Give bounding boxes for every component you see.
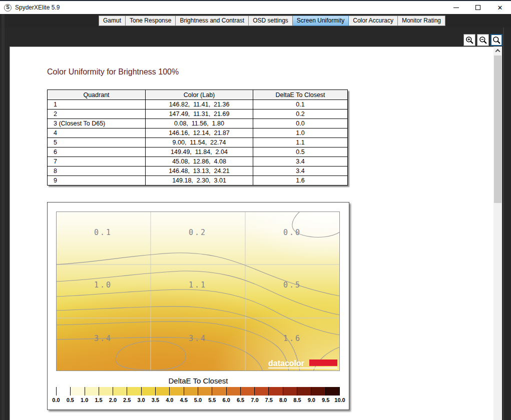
colorbar-tick-label: 4.5 <box>180 397 187 403</box>
colorbar-segment <box>70 387 84 396</box>
tab-screen-uniformity[interactable]: Screen Uniformity <box>293 16 349 26</box>
datacolor-red-mark <box>309 360 337 366</box>
colorbar-tick-labels: 0.00.51.01.52.02.53.03.54.04.55.05.56.06… <box>56 397 340 404</box>
app-logo-letter: S <box>6 5 10 10</box>
document-panel: Color Uniformity for Brightness 100% Qua… <box>10 46 493 420</box>
colorbar-segment <box>198 387 212 396</box>
tab-strip: GamutTone ResponseBrightness and Contras… <box>99 16 445 26</box>
colorbar-segment <box>99 387 113 396</box>
table-cell: 1 <box>48 100 146 110</box>
column-header: Color (Lab) <box>146 90 253 100</box>
colorbar-tick-label: 9.5 <box>322 397 329 403</box>
quadrant-label: 0.2 <box>189 228 207 237</box>
scroll-up-button[interactable] <box>493 46 502 55</box>
colorbar-segment <box>254 387 268 396</box>
tab-osd-settings[interactable]: OSD settings <box>249 16 293 26</box>
colorbar-segment <box>127 387 141 396</box>
quadrant-label: 0.1 <box>94 228 112 237</box>
table-cell: 146.48, 13.13, 24.21 <box>146 166 253 176</box>
colorbar-segment <box>155 387 169 396</box>
colorbar-segment <box>325 387 339 396</box>
vertical-scrollbar[interactable] <box>493 46 502 420</box>
colorbar-segment <box>141 387 155 396</box>
chevron-up-icon <box>495 49 500 54</box>
tab-color-accuracy[interactable]: Color Accuracy <box>349 16 398 26</box>
colorbar-segment <box>56 387 70 396</box>
table-row: 745.08, 12.86, 4.083.4 <box>48 157 348 166</box>
table-cell: 9.00, 11.54, 22.74 <box>146 138 253 148</box>
colorbar <box>56 387 340 396</box>
colorbar-tick-label: 3.0 <box>137 397 145 403</box>
minimize-icon <box>453 8 459 8</box>
tab-monitor-rating[interactable]: Monitor Rating <box>398 16 445 26</box>
column-header: DeltaE To Closest <box>253 90 348 100</box>
colorbar-tick-label: 5.0 <box>194 397 202 403</box>
table-cell: 3 (Closest To D65) <box>48 119 146 128</box>
table-cell: 8 <box>48 166 146 176</box>
datacolor-wordmark: datacolor <box>268 359 304 368</box>
table-row: 6149.49, 11.84, 2.040.5 <box>48 148 348 157</box>
table-cell: 1.0 <box>253 128 348 138</box>
colorbar-tick-label: 8.0 <box>279 397 287 403</box>
colorbar-tick-label: 6.0 <box>223 397 230 403</box>
colorbar-segment <box>311 387 325 396</box>
table-row: 9149.18, 2.30, 3.011.6 <box>48 176 348 186</box>
quadrant-label: 0.5 <box>283 280 301 290</box>
table-cell: 146.82, 11.41, 21.36 <box>146 100 253 110</box>
table-cell: 0.08, 11.56, 1.80 <box>146 119 253 128</box>
colorbar-tick-label: 10.0 <box>334 397 345 403</box>
quadrant-label: 1.0 <box>94 280 112 290</box>
table-row: 1146.82, 11.41, 21.360.1 <box>48 100 348 110</box>
table-row: 3 (Closest To D65)0.08, 11.56, 1.800.0 <box>48 119 348 128</box>
quadrant-label: 3.4 <box>189 334 207 343</box>
zoom-in-button[interactable] <box>463 34 475 46</box>
table-cell: 45.08, 12.86, 4.08 <box>146 157 253 166</box>
zoom-in-icon <box>465 36 474 44</box>
colorbar-segment <box>113 387 127 396</box>
quadrant-label: 1.1 <box>189 280 207 290</box>
table-cell: 0.5 <box>253 148 348 157</box>
quadrant-label: 1.6 <box>283 334 301 343</box>
colorbar-segment <box>297 387 311 396</box>
colorbar-tick-label: 1.0 <box>81 397 88 403</box>
table-cell: 146.16, 12.14, 21.87 <box>146 128 253 138</box>
table-row: 2147.49, 11.31, 21.690.2 <box>48 110 348 119</box>
scrollbar-thumb[interactable] <box>494 56 501 203</box>
table-cell: 1.1 <box>253 138 348 148</box>
colorbar-segment <box>169 387 183 396</box>
table-cell: 149.18, 2.30, 3.01 <box>146 176 253 186</box>
colorbar-tick-label: 0.0 <box>52 397 60 403</box>
maximize-icon <box>475 5 480 10</box>
colorbar-tick-label: 2.0 <box>109 397 117 403</box>
zoom-button[interactable] <box>490 34 502 46</box>
zoom-icon <box>492 36 501 44</box>
column-header: Quadrant <box>48 90 146 100</box>
colorbar-tick-label: 3.5 <box>152 397 159 403</box>
tab-gamut[interactable]: Gamut <box>99 16 126 26</box>
colorbar-tick-label: 9.0 <box>308 397 315 403</box>
tab-brightness-and-contrast[interactable]: Brightness and Contrast <box>176 16 249 26</box>
maximize-button[interactable] <box>467 1 489 14</box>
titlebar: S SpyderXElite 5.9 ✕ <box>0 1 511 14</box>
quadrant-label: 3.4 <box>94 334 112 343</box>
close-icon: ✕ <box>497 4 503 11</box>
zoom-out-button[interactable] <box>477 34 489 46</box>
app-window: S SpyderXElite 5.9 ✕ GamutTone ResponseB… <box>0 0 511 420</box>
close-button[interactable]: ✕ <box>489 1 511 14</box>
window-controls: ✕ <box>445 1 511 14</box>
table-cell: 147.49, 11.31, 21.69 <box>146 110 253 119</box>
colorbar-segment <box>184 387 198 396</box>
minimize-button[interactable] <box>445 1 467 14</box>
page-title: Color Uniformity for Brightness 100% <box>47 68 179 76</box>
table-header-row: QuadrantColor (Lab)DeltaE To Closest <box>48 90 348 100</box>
colorbar-tick-label: 8.5 <box>293 397 301 403</box>
table-cell: 3.4 <box>253 166 348 176</box>
colorbar-title: DeltaE To Closest <box>48 376 349 385</box>
colorbar-tick-label: 6.5 <box>237 397 244 403</box>
colorbar-tick-label: 7.0 <box>251 397 258 403</box>
tab-tone-response[interactable]: Tone Response <box>126 16 176 26</box>
table-cell: 6 <box>48 148 146 157</box>
table-cell: 2 <box>48 110 146 119</box>
window-frame-left <box>2 14 5 420</box>
table-cell: 3.4 <box>253 157 348 166</box>
